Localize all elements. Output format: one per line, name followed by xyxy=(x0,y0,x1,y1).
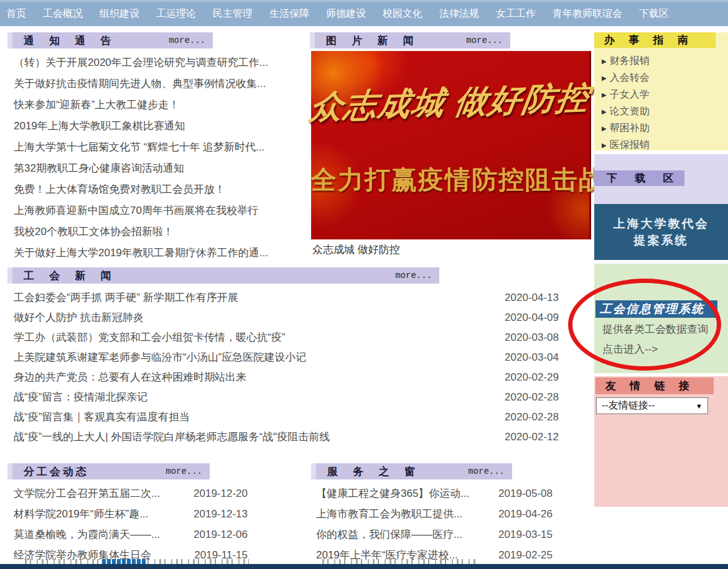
list-item[interactable]: 关于做好上海大学2019年教职工暑期疗休养工作的通... xyxy=(14,243,306,264)
union-news-more-link[interactable]: more... xyxy=(395,271,432,280)
list-item[interactable]: 上海教师喜迎新中国成立70周年书画展将在我校举行 xyxy=(14,200,306,221)
friend-links-dropdown[interactable]: --友情链接-- ▼ xyxy=(596,397,708,414)
table-row: 你的权益，我们保障——医疗... 2019-03-15 xyxy=(316,524,553,545)
union-homepage: 首页 工会概况 组织建设 工运理论 民主管理 生活保障 师德建设 校园文化 法律… xyxy=(0,0,728,569)
service-guide-list: ▶财务报销 ▶入会转会 ▶子女入学 ▶论文资助 ▶帮困补助 ▶医保报销 xyxy=(602,52,650,153)
list-item[interactable]: 2019年上海大学教职工象棋比赛通知 xyxy=(14,116,306,137)
table-row: 上美院建筑系谢建军老师参与临汾市“小汤山”应急医院建设小记 2020-03-04 xyxy=(14,348,559,368)
union-info-system-link[interactable]: 工会信息管理系统 xyxy=(595,300,717,318)
branch-news-list: 文学院分工会召开第五届二次... 2019-12-20 材料学院2019年“师生… xyxy=(14,483,248,565)
clipped-row-right xyxy=(322,559,478,564)
news-link[interactable]: 身边的共产党员：总要有人在这种困难时期站出来 xyxy=(14,368,246,387)
guide-item-medical-reimburse[interactable]: ▶医保报销 xyxy=(602,136,650,153)
news-link[interactable]: 莫道桑榆晚，为霞尚满天——... xyxy=(14,524,160,545)
service-window-more-link[interactable]: more... xyxy=(468,466,505,476)
union-info-system-enter-link[interactable]: 点击进入--> xyxy=(602,342,658,356)
banner-subline: 全力打赢疫情防控阻击战 xyxy=(311,163,589,197)
nav-item-organization[interactable]: 组织建设 xyxy=(100,7,139,21)
branch-news-title: 分工会动态 xyxy=(24,465,89,479)
nav-item-young-teachers[interactable]: 青年教师联谊会 xyxy=(553,7,622,21)
banner-headline: 众志成城 做好防控 xyxy=(307,76,593,129)
photo-news-caption[interactable]: 众志成城 做好防控 xyxy=(312,243,400,257)
table-row: 工会妇委会“两手抓 两手硬” 新学期工作有序开展 2020-04-13 xyxy=(14,288,559,308)
news-link[interactable]: 战“疫”留言集｜客观真实有温度有担当 xyxy=(14,407,190,427)
news-link[interactable]: 【健康工程之健身365】你运动... xyxy=(316,483,470,504)
triangle-bullet-icon: ▶ xyxy=(602,91,607,98)
triangle-bullet-icon: ▶ xyxy=(602,142,607,149)
table-row: 学工办（武装部）党支部和工会小组贺卡传情，暖心抗“疫” 2020-03-08 xyxy=(14,328,559,348)
union-news-header: 工 会 新 闻 more... xyxy=(7,267,439,284)
nav-item-downloads[interactable]: 下载区 xyxy=(639,7,669,21)
photo-news-banner[interactable]: 众志成城 做好防控 全力打赢疫情防控阻击战 xyxy=(311,51,591,239)
nav-item-labor-theory[interactable]: 工运理论 xyxy=(156,7,196,21)
nav-item-women[interactable]: 女工工作 xyxy=(496,7,536,21)
table-row: 上海市教育工会为教职工提供... 2019-04-26 xyxy=(316,504,553,524)
news-date: 2019-12-13 xyxy=(194,504,248,524)
news-link[interactable]: 工会妇委会“两手抓 两手硬” 新学期工作有序开展 xyxy=(14,288,238,308)
news-link[interactable]: 你的权益，我们保障——医疗... xyxy=(316,524,462,545)
friend-links-title: 友 情 链 接 xyxy=(605,379,695,393)
list-item[interactable]: 关于做好抗击疫情期间先进人物、典型事例情况收集... xyxy=(14,73,306,95)
nav-item-livelihood[interactable]: 生活保障 xyxy=(269,7,309,21)
list-item[interactable]: 上海大学第十七届菊文化节 “辉煌七十年 追梦新时代... xyxy=(14,137,306,158)
photo-news-header: 图 片 新 闻 more... xyxy=(310,32,510,49)
list-item[interactable]: （转）关于开展2020年工会理论研究与调查研究工作... xyxy=(14,52,306,73)
guide-item-children-school[interactable]: ▶子女入学 xyxy=(602,86,650,103)
table-row: 莫道桑榆晚，为霞尚满天——... 2019-12-06 xyxy=(14,524,248,545)
notices-header: 通 知 通 告 more... xyxy=(7,32,213,49)
branch-news-more-link[interactable]: more... xyxy=(166,466,202,476)
notices-more-link[interactable]: more... xyxy=(169,35,205,45)
news-date: 2019-03-15 xyxy=(498,524,553,545)
news-link[interactable]: 文学院分工会召开第五届二次... xyxy=(14,483,160,504)
branch-news-header: 分工会动态 more... xyxy=(7,463,210,479)
list-item[interactable]: 免费！上大体育场馆免费对教职工会员开放！ xyxy=(14,179,306,200)
download-zone-header[interactable]: 下 载 区 xyxy=(594,170,684,186)
news-link[interactable]: 上海市教育工会为教职工提供... xyxy=(316,504,462,524)
news-date: 2020-04-13 xyxy=(505,288,559,308)
list-item[interactable]: 我校20个教职工文体协会招新啦！ xyxy=(14,221,306,243)
news-link[interactable]: 材料学院2019年“师生杯”趣... xyxy=(14,504,148,524)
guide-item-membership[interactable]: ▶入会转会 xyxy=(602,69,650,86)
table-row: 战“疫”一线的上大人| 外国语学院白岸杨老师志愿服务“战"疫阻击前线 2020-… xyxy=(14,427,559,447)
table-row: 材料学院2019年“师生杯”趣... 2019-12-13 xyxy=(14,504,248,524)
news-link[interactable]: 上美院建筑系谢建军老师参与临汾市“小汤山”应急医院建设小记 xyxy=(14,348,306,368)
news-date: 2020-04-09 xyxy=(505,308,559,328)
nav-item-ethics[interactable]: 师德建设 xyxy=(326,7,366,21)
news-date: 2019-12-06 xyxy=(194,524,248,545)
list-item[interactable]: 第32期教职工身心健康咨询活动通知 xyxy=(14,158,306,179)
guide-item-hardship-subsidy[interactable]: ▶帮困补助 xyxy=(602,119,650,136)
friend-links-dropdown-value: --友情链接-- xyxy=(602,399,655,412)
list-item[interactable]: 快来参加“迎新春”上大教工健步走！ xyxy=(14,95,306,116)
nav-item-campus-culture[interactable]: 校园文化 xyxy=(383,7,422,21)
news-date: 2019-04-26 xyxy=(498,504,553,524)
service-window-list: 【健康工程之健身365】你运动... 2019-05-08 上海市教育工会为教职… xyxy=(316,483,553,565)
nav-item-law[interactable]: 法律法规 xyxy=(439,7,479,21)
nav-item-democracy[interactable]: 民主管理 xyxy=(213,7,253,21)
news-date: 2020-02-28 xyxy=(505,407,559,427)
service-guide-title: 办 事 指 南 xyxy=(604,33,694,47)
guide-item-finance[interactable]: ▶财务报销 xyxy=(602,52,650,69)
table-row: 战“疫”留言：疫情湖北探亲记 2020-02-28 xyxy=(14,387,559,407)
union-info-system-title: 工会信息管理系统 xyxy=(600,301,704,317)
triangle-bullet-icon: ▶ xyxy=(602,108,607,115)
clipped-row-selection xyxy=(101,559,146,564)
news-link[interactable]: 学工办（武装部）党支部和工会小组贺卡传情，暖心抗“疫” xyxy=(14,328,285,348)
guide-item-paper-funding[interactable]: ▶论文资助 xyxy=(602,103,650,119)
service-guide-header: 办 事 指 南 xyxy=(594,32,716,48)
news-link[interactable]: 做好个人防护 抗击新冠肺炎 xyxy=(14,308,144,328)
news-link[interactable]: 战“疫”留言：疫情湖北探亲记 xyxy=(14,387,147,407)
nav-item-home[interactable]: 首页 xyxy=(6,7,26,21)
news-date: 2020-02-29 xyxy=(505,368,559,387)
photo-news-title: 图 片 新 闻 xyxy=(326,34,420,48)
news-link[interactable]: 战“疫”一线的上大人| 外国语学院白岸杨老师志愿服务“战"疫阻击前线 xyxy=(14,427,330,447)
photo-news-more-link[interactable]: more... xyxy=(466,35,503,45)
proposal-system-banner[interactable]: 上海大学教代会 提案系统 xyxy=(594,204,728,260)
friend-links-box: 友 情 链 接 --友情链接-- ▼ xyxy=(594,376,728,507)
triangle-bullet-icon: ▶ xyxy=(602,125,607,132)
news-date: 2020-03-08 xyxy=(505,328,559,348)
service-guide-box: 办 事 指 南 ▶财务报销 ▶入会转会 ▶子女入学 ▶论文资助 ▶帮困补助 ▶医… xyxy=(594,32,728,150)
top-nav: 首页 工会概况 组织建设 工运理论 民主管理 生活保障 师德建设 校园文化 法律… xyxy=(0,0,728,26)
nav-item-overview[interactable]: 工会概况 xyxy=(43,7,83,21)
news-date: 2019-12-20 xyxy=(194,483,248,504)
notices-title: 通 知 通 告 xyxy=(24,34,118,48)
